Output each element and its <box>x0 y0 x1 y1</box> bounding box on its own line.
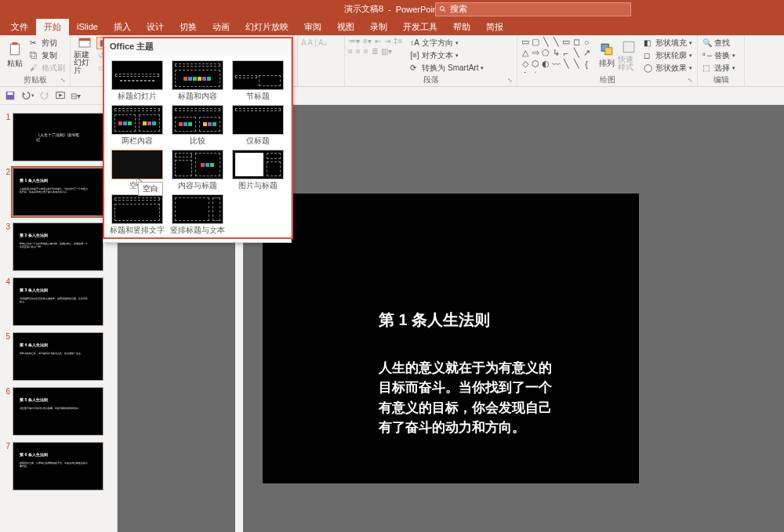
layout-title-only[interactable]: 仅标题 <box>229 105 286 145</box>
save-button[interactable] <box>3 89 17 103</box>
tab-view[interactable]: 视图 <box>329 19 362 35</box>
align-left-icon[interactable]: ≡ <box>348 47 353 56</box>
paste-icon <box>8 42 22 56</box>
thumbnail-slide-1[interactable]: 1《人生十二法则》读书笔记 <box>0 110 117 165</box>
align-text-button[interactable]: [≡]对齐文本▾ <box>408 49 485 62</box>
thumbnail-preview[interactable]: 第 3 条人生法则与那些希望你变得更好的人做朋友。远离那些拖你后腿、让你沉沦的人… <box>13 277 103 326</box>
tab-help[interactable]: 帮助 <box>445 19 478 35</box>
line-spacing-icon[interactable]: ‡≡ <box>394 37 402 45</box>
layout-content-caption[interactable]: 内容与标题 <box>169 150 226 190</box>
slide-thumbnail-panel[interactable]: 1《人生十二法则》读书笔记2第 1 条人生法则人生的意义就在于为有意义的目标而奋… <box>0 105 118 532</box>
tab-design[interactable]: 设计 <box>139 19 172 35</box>
shape-fill-button[interactable]: ◧形状填充▾ <box>642 37 694 49</box>
layout-dropdown-popup: Office 主题 标题幻灯片 标题和内容 节标题 两栏内容 比较 仅标题 空白… <box>103 37 292 243</box>
smartart-button[interactable]: ⟳转换为 SmartArt▾ <box>408 62 485 74</box>
group-paragraph: ≔▾≡▾⇤⇥‡≡ ≡≡≡≣▥▾ ↕A文字方向▾ [≡]对齐文本▾ ⟳转换为 Sm… <box>345 35 517 86</box>
paragraph-expand-icon[interactable]: ⤡ <box>507 77 515 85</box>
redo-button[interactable] <box>38 89 52 103</box>
numbering-icon[interactable]: ≡▾ <box>363 37 372 45</box>
new-slide-button[interactable]: 新建 幻灯片 <box>74 37 95 74</box>
layout-title-slide[interactable]: 标题幻灯片 <box>108 60 165 100</box>
window-title: 演示文稿8 - PowerPoint <box>344 3 440 15</box>
search-box[interactable]: 搜索 <box>435 2 631 16</box>
tab-slideshow[interactable]: 幻灯片放映 <box>238 19 296 35</box>
thumbnail-preview[interactable]: 第 1 条人生法则人生的意义就在于为有意义的目标而奋斗。当你找到了一个有意义的目… <box>13 168 103 216</box>
doc-name: 演示文稿8 <box>344 3 383 15</box>
tab-review[interactable]: 审阅 <box>296 19 329 35</box>
text-direction-icon: ↕A <box>410 38 419 48</box>
thumbnail-preview[interactable]: 第 6 条人生法则批评世界之前，先把自己的房间收拾干净。从改变自己能改变的小事开… <box>13 442 103 490</box>
slideshow-from-start-button[interactable] <box>53 89 67 103</box>
layout-title-content[interactable]: 标题和内容 <box>169 60 226 100</box>
tab-animations[interactable]: 动画 <box>205 19 238 35</box>
thumbnail-slide-4[interactable]: 4第 3 条人生法则与那些希望你变得更好的人做朋友。远离那些拖你后腿、让你沉沦的… <box>0 274 117 329</box>
thumbnail-slide-3[interactable]: 3第 2 条人生法则把自己当成一个值得帮助的人来对待。照顾好自己，就像照顾一个你… <box>0 219 117 274</box>
search-icon <box>439 5 447 13</box>
slide-body[interactable]: 人生的意义就在于为有意义的目标而奋斗。当你找到了一个有意义的目标，你会发现自己有… <box>379 358 561 438</box>
tab-islide[interactable]: iSlide <box>69 20 106 34</box>
bullets-icon[interactable]: ≔▾ <box>348 37 360 45</box>
shape-gallery[interactable]: ▭▢╲╲▭◻○△ ⇨⬠↳⌐╲↗◇⬡ ◐〰╲╲{}☆▾ <box>521 37 596 73</box>
arrange-button[interactable]: 排列 <box>597 37 616 74</box>
clipboard-expand-icon[interactable]: ⤡ <box>60 77 68 85</box>
columns-icon[interactable]: ▥▾ <box>381 47 392 56</box>
align-center-icon[interactable]: ≡ <box>356 47 361 56</box>
save-icon <box>5 90 16 101</box>
thumbnail-slide-7[interactable]: 7第 6 条人生法则批评世界之前，先把自己的房间收拾干净。从改变自己能改变的小事… <box>0 439 117 494</box>
group-label-paragraph: 段落 <box>345 74 517 85</box>
indent-right-icon[interactable]: ⇥ <box>384 37 390 45</box>
paste-button[interactable]: 粘贴 <box>3 37 27 74</box>
justify-icon[interactable]: ≣ <box>372 47 378 56</box>
current-slide[interactable]: 第 1 条人生法则 人生的意义就在于为有意义的目标而奋斗。当你找到了一个有意义的… <box>263 194 639 483</box>
tab-file[interactable]: 文件 <box>3 19 36 35</box>
shape-effects-button[interactable]: ◯形状效果▾ <box>642 62 694 74</box>
layout-vertical-title-text[interactable]: 竖排标题与文本 <box>169 194 226 234</box>
select-icon: ⬚ <box>702 63 712 73</box>
find-button[interactable]: 🔍查找 <box>701 37 737 49</box>
layout-blank[interactable]: 空白 空白 <box>108 150 165 190</box>
thumbnail-preview[interactable]: 第 4 条人生法则和昨天的自己比，而不是和今天的别人比。每天进步一点点。 <box>13 332 103 381</box>
undo-button[interactable]: ▾ <box>19 89 36 103</box>
text-direction-button[interactable]: ↕A文字方向▾ <box>408 37 485 49</box>
copy-button[interactable]: ⿻复制 <box>28 49 67 62</box>
cut-button[interactable]: ✂剪切 <box>28 37 67 49</box>
layout-comparison[interactable]: 比较 <box>169 105 226 145</box>
shape-outline-button[interactable]: ◻形状轮廓▾ <box>642 49 694 62</box>
svg-rect-7 <box>604 48 612 55</box>
align-right-icon[interactable]: ≡ <box>364 47 368 56</box>
chevron-down-icon: ▾ <box>31 92 34 99</box>
layout-title-vertical-text[interactable]: 标题和竖排文字 <box>108 194 165 234</box>
replace-button[interactable]: ᵃ↔替换▾ <box>701 49 737 62</box>
thumbnail-preview[interactable]: 《人生十二法则》读书笔记 <box>13 113 103 161</box>
qat-more-button[interactable]: ⊟▾ <box>69 90 82 102</box>
brush-icon: 🖌 <box>30 63 39 73</box>
slide-title[interactable]: 第 1 条人生法则 <box>379 309 490 331</box>
svg-line-1 <box>444 9 446 12</box>
tab-record[interactable]: 录制 <box>362 19 395 35</box>
search-placeholder: 搜索 <box>450 3 467 15</box>
tab-insert[interactable]: 插入 <box>106 19 139 35</box>
thumbnail-number: 4 <box>3 277 13 326</box>
thumbnail-slide-5[interactable]: 5第 4 条人生法则和昨天的自己比，而不是和今天的别人比。每天进步一点点。 <box>0 329 117 384</box>
thumbnail-preview[interactable]: 第 2 条人生法则把自己当成一个值得帮助的人来对待。照顾好自己，就像照顾一个你真… <box>13 223 103 271</box>
layout-picture-caption[interactable]: 图片与标题 <box>229 150 286 190</box>
tab-developer[interactable]: 开发工具 <box>395 19 445 35</box>
find-icon: 🔍 <box>702 38 712 48</box>
tab-briefing[interactable]: 简报 <box>478 19 511 35</box>
select-button[interactable]: ⬚选择▾ <box>701 62 737 74</box>
tab-home[interactable]: 开始 <box>36 19 69 35</box>
thumbnail-number: 5 <box>3 332 13 381</box>
quick-styles-button[interactable]: 快速样式 <box>618 37 641 74</box>
tab-transitions[interactable]: 切换 <box>172 19 205 35</box>
drawing-expand-icon[interactable]: ⤡ <box>688 77 695 85</box>
thumbnail-slide-6[interactable]: 6第 5 条人生法则别让孩子做出令你讨厌他们的事。设定清晰的规则和边界。 <box>0 384 117 439</box>
thumbnail-slide-2[interactable]: 2第 1 条人生法则人生的意义就在于为有意义的目标而奋斗。当你找到了一个有意义的… <box>0 165 117 219</box>
undo-icon <box>20 90 31 101</box>
layout-two-content[interactable]: 两栏内容 <box>108 105 165 145</box>
layout-section-header[interactable]: 节标题 <box>229 60 286 100</box>
thumbnail-preview[interactable]: 第 5 条人生法则别让孩子做出令你讨厌他们的事。设定清晰的规则和边界。 <box>13 387 103 436</box>
layout-popup-header: Office 主题 <box>103 38 291 56</box>
indent-left-icon[interactable]: ⇤ <box>375 37 381 45</box>
format-painter-button[interactable]: 🖌格式刷 <box>28 62 67 74</box>
thumbnail-number: 3 <box>3 223 13 271</box>
